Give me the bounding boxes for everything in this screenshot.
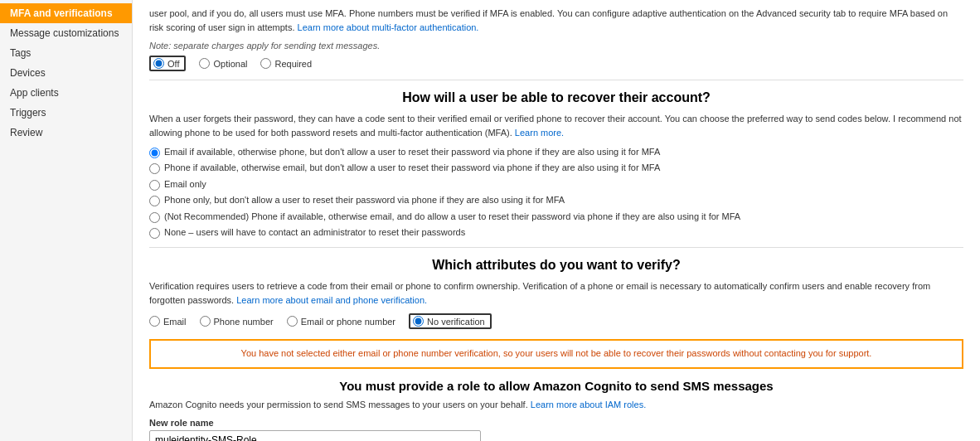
recovery-option-email-pref[interactable]: Email if available, otherwise phone, but…	[149, 146, 963, 158]
sidebar-item-triggers[interactable]: Triggers	[0, 103, 132, 123]
mfa-learn-link[interactable]: Learn more about multi-factor authentica…	[298, 22, 479, 32]
sidebar-item-mfa[interactable]: MFA and verifications	[0, 3, 132, 23]
sidebar: MFA and verifications Message customizat…	[0, 0, 133, 441]
recovery-option-email-only[interactable]: Email only	[149, 178, 963, 191]
recovery-option-none[interactable]: None – users will have to contact an adm…	[149, 226, 963, 239]
sidebar-item-app-clients[interactable]: App clients	[0, 83, 132, 103]
role-label: New role name	[149, 418, 963, 428]
mfa-intro-text: user pool, and if you do, all users must…	[149, 7, 963, 34]
verify-options: Email Phone number Email or phone number…	[149, 313, 963, 329]
verify-learn-link[interactable]: Learn more about email and phone verific…	[236, 295, 427, 305]
sidebar-item-message[interactable]: Message customizations	[0, 23, 132, 43]
divider-1	[149, 80, 963, 80]
recovery-description: When a user forgets their password, they…	[149, 112, 963, 139]
mfa-option-optional[interactable]: Optional	[199, 58, 247, 69]
recovery-learn-link[interactable]: Learn more.	[515, 128, 564, 138]
verify-option-no-verify[interactable]: No verification	[409, 313, 492, 329]
sidebar-item-review[interactable]: Review	[0, 123, 132, 143]
recovery-title: How will a user be able to recover their…	[149, 90, 963, 105]
verify-option-email[interactable]: Email	[149, 316, 187, 327]
verify-option-email-or-phone[interactable]: Email or phone number	[287, 316, 395, 327]
sms-description: Amazon Cognito needs your permission to …	[149, 398, 963, 412]
mfa-option-required[interactable]: Required	[260, 58, 312, 69]
warning-box: You have not selected either email or ph…	[149, 339, 963, 368]
mfa-note: Note: separate charges apply for sending…	[149, 41, 963, 51]
verify-title: Which attributes do you want to verify?	[149, 258, 963, 273]
mfa-options: Off Optional Required	[149, 56, 963, 71]
recovery-options: Email if available, otherwise phone, but…	[149, 146, 963, 239]
recovery-option-phone-only[interactable]: Phone only, but don't allow a user to re…	[149, 194, 963, 206]
recovery-option-phone-not-rec[interactable]: (Not Recommended) Phone if available, ot…	[149, 211, 963, 223]
role-name-input[interactable]	[149, 430, 481, 441]
verify-description: Verification requires users to retrieve …	[149, 279, 963, 307]
verify-option-phone[interactable]: Phone number	[200, 316, 274, 327]
role-name-field: New role name	[149, 418, 963, 441]
sidebar-item-tags[interactable]: Tags	[0, 43, 132, 63]
sms-title: You must provide a role to allow Amazon …	[149, 379, 963, 393]
divider-2	[149, 247, 963, 248]
mfa-option-off[interactable]: Off	[149, 56, 186, 71]
sidebar-item-devices[interactable]: Devices	[0, 63, 132, 83]
main-content: user pool, and if you do, all users must…	[133, 0, 980, 441]
sms-iam-link[interactable]: Learn more about IAM roles.	[531, 400, 646, 410]
recovery-option-phone-pref[interactable]: Phone if available, otherwise email, but…	[149, 162, 963, 174]
